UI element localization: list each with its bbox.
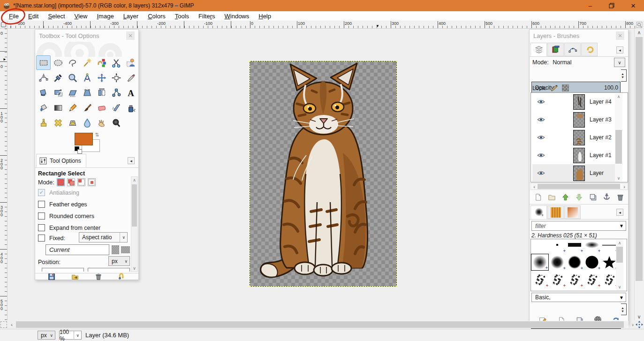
tool-align-icon[interactable]: [109, 70, 123, 85]
menu-item-select[interactable]: Select: [44, 12, 69, 21]
menu-item-help[interactable]: Help: [254, 12, 275, 21]
layer-row-layer[interactable]: Layer: [532, 164, 620, 182]
opacity-spinner[interactable]: ▲▼: [621, 69, 627, 82]
ruler-origin-button[interactable]: [0, 21, 8, 29]
checkbox-rounded-corners[interactable]: [38, 212, 45, 220]
lock-alpha-icon[interactable]: [562, 84, 569, 91]
position-y-input[interactable]: [88, 268, 130, 272]
status-zoom-select[interactable]: 100 % ∨: [59, 331, 82, 340]
selection-mode-add-button[interactable]: [67, 178, 75, 186]
checkbox-antialiasing[interactable]: ✓: [38, 189, 45, 196]
menu-item-edit[interactable]: Edit: [24, 12, 43, 21]
zoom-follow-window-icon[interactable]: [636, 22, 643, 28]
brush-group-select[interactable]: Basic, ▼: [531, 293, 626, 302]
tool-move-icon[interactable]: [94, 70, 109, 85]
tool-blur-sharpen-icon[interactable]: [80, 115, 94, 130]
dock-tab-paths[interactable]: [564, 43, 581, 56]
reset-tool-options-button[interactable]: [118, 273, 126, 281]
restore-button[interactable]: [601, 0, 622, 11]
tool-zoom-icon[interactable]: [65, 70, 80, 85]
dock-tab-gradients[interactable]: [564, 205, 581, 219]
tool-crop-icon[interactable]: [123, 70, 138, 85]
dock-tab-patterns[interactable]: [547, 205, 564, 219]
dock-tab-undo-history[interactable]: [581, 43, 598, 56]
brush-texture-2[interactable]: +: [548, 271, 566, 288]
layer-visibility-eye-icon[interactable]: [537, 99, 545, 105]
brush-texture-4[interactable]: +: [583, 271, 601, 288]
tool-ink-icon[interactable]: [123, 100, 138, 115]
tool-heal-icon[interactable]: [51, 115, 65, 130]
layer-visibility-eye-icon[interactable]: [537, 170, 545, 176]
layer-name[interactable]: Layer #2: [590, 134, 612, 141]
minimize-button[interactable]: –: [579, 0, 601, 11]
layer-visibility-eye-icon[interactable]: [537, 116, 545, 123]
toolbox-panel-titlebar[interactable]: Toolbox - Tool Options ✕: [35, 30, 138, 42]
brush-filter-input[interactable]: filter ▼: [531, 221, 626, 231]
layer-name[interactable]: Layer #1: [590, 152, 612, 159]
tool-gradient-icon[interactable]: [51, 100, 65, 115]
new-layer-group-button[interactable]: [547, 193, 556, 202]
layer-row-layer1[interactable]: Layer #1: [532, 146, 620, 164]
canvas[interactable]: [250, 61, 396, 286]
tool-text-icon[interactable]: A: [123, 85, 138, 100]
detach-layers-icon[interactable]: ◂: [616, 46, 623, 53]
tool-paths-icon[interactable]: [36, 70, 51, 85]
layer-visibility-eye-icon[interactable]: [537, 134, 545, 141]
detach-brushes-icon[interactable]: ◂: [616, 209, 623, 216]
brush-hardness-050[interactable]: +: [548, 254, 566, 271]
layers-panel-titlebar[interactable]: Layers - Brushes ✕: [530, 30, 628, 42]
lock-pixels-icon[interactable]: [550, 84, 558, 91]
dock-tab-channels[interactable]: [547, 43, 564, 56]
new-layer-button[interactable]: [534, 193, 543, 202]
tool-options-scrollbar[interactable]: ∧∨: [131, 176, 138, 272]
tool-ellipse-select-icon[interactable]: [51, 55, 65, 70]
horizontal-ruler[interactable]: -500-400-300-200-10001002003004005006007…: [8, 21, 636, 29]
tool-paintbrush-icon[interactable]: [80, 100, 94, 115]
tool-shear-icon[interactable]: [65, 85, 80, 100]
layer-mode-select[interactable]: ∨: [614, 58, 625, 67]
layer-thumbnail[interactable]: [573, 148, 585, 163]
brush-hardness-025[interactable]: +: [531, 254, 549, 271]
tool-smudge-icon[interactable]: [94, 115, 109, 130]
tool-rotate-icon[interactable]: [36, 85, 51, 100]
position-x-input[interactable]: [42, 268, 84, 272]
tool-measure-icon[interactable]: [80, 70, 94, 85]
detach-tool-options-icon[interactable]: ◂: [128, 157, 135, 164]
layers-list-scrollbar[interactable]: ∧∨: [615, 93, 622, 182]
layer-visibility-eye-icon[interactable]: [537, 152, 545, 159]
menu-item-view[interactable]: View: [70, 12, 92, 21]
tool-handle-transform-icon[interactable]: [109, 85, 123, 100]
quick-mask-toggle[interactable]: [0, 321, 7, 328]
tool-fuzzy-select-icon[interactable]: [80, 55, 94, 70]
title-bar[interactable]: *[Name.star.long] (imported)-57.0 (RGB c…: [0, 0, 644, 11]
vertical-ruler[interactable]: 001 0 02 0 03 0 04 0 05 0 0: [0, 29, 8, 320]
close-button[interactable]: ✕: [622, 0, 644, 11]
status-unit-select[interactable]: px ∨: [38, 331, 55, 340]
lower-layer-button[interactable]: [575, 193, 583, 202]
selection-mode-intersect-button[interactable]: [88, 178, 96, 186]
layers-close-icon[interactable]: ✕: [616, 31, 624, 40]
tool-scissors-select-icon[interactable]: [109, 55, 123, 70]
brush-soft-ellipse[interactable]: +: [583, 239, 601, 253]
layers-list-hscrollbar[interactable]: ‹ ›: [530, 183, 628, 190]
tool-rectangle-select-icon[interactable]: [36, 55, 51, 70]
layer-thumbnail[interactable]: [573, 130, 585, 145]
layer-thumbnail[interactable]: [573, 166, 585, 181]
portrait-toggle-icon[interactable]: [112, 245, 119, 254]
spacing-spinner[interactable]: ▲▼: [621, 303, 627, 315]
layer-row-layer2[interactable]: Layer #2: [532, 129, 620, 146]
tool-color-picker-icon[interactable]: [51, 70, 65, 85]
save-tool-preset-button[interactable]: [47, 273, 56, 281]
checkbox-feather-edges[interactable]: [38, 201, 45, 208]
pan-navigation-icon[interactable]: [635, 320, 644, 329]
checkbox-expand-from-center[interactable]: [38, 224, 45, 231]
fixed-ratio-select[interactable]: Aspect ratio ∨: [79, 232, 128, 242]
selection-mode-subtract-button[interactable]: [77, 178, 85, 186]
menu-item-layer[interactable]: Layer: [119, 12, 143, 21]
selection-mode-replace-button[interactable]: [57, 178, 65, 186]
tool-pencil-icon[interactable]: [65, 100, 80, 115]
tool-free-select-icon[interactable]: [65, 55, 80, 70]
brush-grid-scrollbar[interactable]: ∧∨: [616, 240, 623, 290]
canvas-hscrollbar[interactable]: [15, 321, 629, 328]
tool-flip-icon[interactable]: [94, 85, 109, 100]
